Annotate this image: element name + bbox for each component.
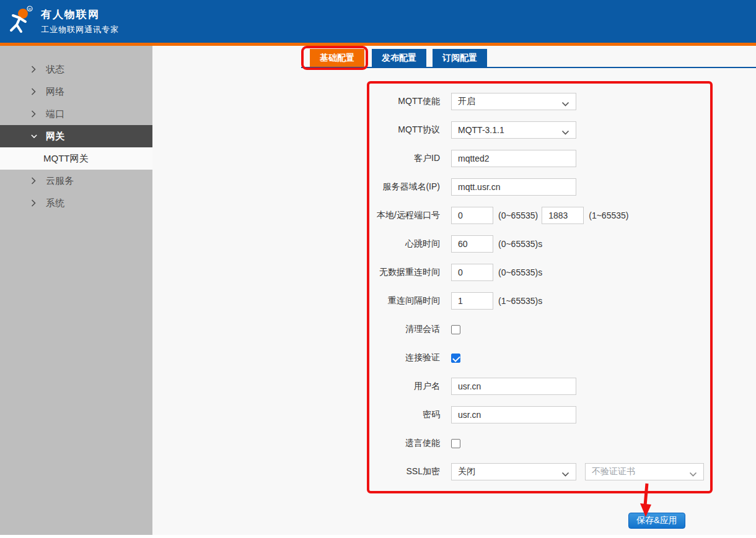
- brand-text: 有人物联网 工业物联网通讯专家: [41, 7, 119, 35]
- mqtt-enable-select[interactable]: 开启: [451, 93, 576, 110]
- tab-bar: 基础配置 发布配置 订阅配置: [301, 46, 756, 68]
- form-row-client-id: 客户ID: [369, 144, 710, 173]
- no-data-reconnect-input[interactable]: [451, 264, 493, 281]
- form-row-mqtt-protocol: MQTT协议 MQTT-3.1.1: [369, 116, 710, 144]
- form-row-no-data-reconnect: 无数据重连时间 (0~65535)s: [369, 258, 710, 287]
- sidebar-item-label: 云服务: [46, 175, 74, 187]
- reconnect-interval-range-hint: (1~65535)s: [498, 296, 542, 306]
- selected-value: MQTT-3.1.1: [458, 125, 504, 135]
- chevron-right-icon: [31, 199, 37, 207]
- field-label: 心跳时间: [369, 238, 440, 249]
- field-label: 本地/远程端口号: [369, 210, 440, 221]
- annotation-tab-highlight: 基础配置: [301, 46, 368, 70]
- form-row-password: 密码: [369, 401, 710, 429]
- ssl-cert-verify-select[interactable]: 不验证证书: [585, 463, 704, 480]
- main-content: 基础配置 发布配置 订阅配置 MQTT使能 开启 MQTT协议 MQTT-3.1…: [152, 46, 756, 535]
- sidebar-item-port[interactable]: 端口: [0, 103, 152, 125]
- remote-port-input[interactable]: [542, 207, 584, 224]
- form-row-clean-session: 清理会话: [369, 315, 710, 344]
- field-label: 客户ID: [369, 153, 440, 164]
- chevron-right-icon: [31, 88, 37, 95]
- sidebar-item-network[interactable]: 网络: [0, 80, 152, 103]
- chevron-down-icon: [561, 469, 569, 475]
- chevron-down-icon: [561, 99, 569, 105]
- form-row-ports: 本地/远程端口号 (0~65535) (1~65535): [369, 201, 710, 230]
- client-id-input[interactable]: [451, 150, 576, 167]
- brand-subtitle: 工业物联网通讯专家: [41, 24, 119, 35]
- local-port-range-hint: (0~65535): [498, 210, 538, 220]
- selected-value: 关闭: [458, 466, 475, 477]
- field-label: SSL加密: [369, 466, 440, 477]
- username-input[interactable]: [451, 378, 576, 395]
- form-row-connect-auth: 连接验证: [369, 344, 710, 372]
- last-will-checkbox[interactable]: [451, 439, 460, 448]
- form-row-heartbeat: 心跳时间 (0~65535)s: [369, 230, 710, 258]
- connect-auth-checkbox[interactable]: [451, 354, 460, 363]
- chevron-right-icon: [31, 110, 37, 118]
- brand-title: 有人物联网: [41, 7, 119, 22]
- field-label: 连接验证: [369, 352, 440, 363]
- app-header: R 有人物联网 工业物联网通讯专家: [0, 0, 756, 46]
- sidebar: 状态 网络 端口 网关 MQTT网关 云服务: [0, 46, 152, 535]
- form-row-username: 用户名: [369, 372, 710, 401]
- form-row-ssl: SSL加密 关闭 不验证证书: [369, 458, 710, 486]
- chevron-down-icon: [31, 132, 37, 140]
- ssl-mode-select[interactable]: 关闭: [451, 463, 576, 480]
- form-row-last-will: 遗言使能: [369, 429, 710, 458]
- chevron-right-icon: [31, 177, 37, 184]
- field-label: 无数据重连时间: [369, 267, 440, 278]
- sidebar-item-label: 网关: [46, 131, 64, 142]
- sidebar-item-system[interactable]: 系统: [0, 192, 152, 214]
- chevron-right-icon: [31, 66, 37, 73]
- tab-basic-config[interactable]: 基础配置: [310, 49, 364, 67]
- form-row-mqtt-enable: MQTT使能 开启: [369, 87, 710, 116]
- chevron-down-icon: [561, 128, 569, 133]
- sidebar-item-label: 网络: [46, 86, 64, 98]
- chevron-down-icon: [689, 469, 697, 475]
- remote-port-range-hint: (1~65535): [589, 210, 628, 220]
- selected-value: 开启: [458, 96, 475, 107]
- sidebar-item-label: 系统: [46, 197, 64, 209]
- heartbeat-range-hint: (0~65535)s: [498, 239, 542, 249]
- sidebar-item-gateway[interactable]: 网关: [0, 125, 152, 147]
- sidebar-subitem-label: MQTT网关: [43, 153, 89, 165]
- page: R 有人物联网 工业物联网通讯专家 状态 网络 端口: [0, 0, 756, 538]
- field-label: 遗言使能: [369, 438, 440, 449]
- usr-iot-logo: R: [5, 4, 36, 39]
- field-label: 用户名: [369, 381, 440, 392]
- sidebar-item-status[interactable]: 状态: [0, 58, 152, 80]
- field-label: 服务器域名(IP): [369, 181, 440, 193]
- tab-subscribe-config[interactable]: 订阅配置: [433, 49, 487, 67]
- form-row-reconnect-interval: 重连间隔时间 (1~65535)s: [369, 287, 710, 315]
- svg-text:R: R: [29, 7, 32, 11]
- field-label: 密码: [369, 409, 440, 420]
- field-label: 清理会话: [369, 324, 440, 335]
- field-label: 重连间隔时间: [369, 295, 440, 306]
- field-label: MQTT协议: [369, 124, 440, 136]
- sidebar-item-label: 端口: [46, 108, 64, 120]
- mqtt-protocol-select[interactable]: MQTT-3.1.1: [451, 121, 576, 139]
- server-host-input[interactable]: [451, 178, 576, 196]
- local-port-input[interactable]: [451, 207, 493, 224]
- annotation-form-highlight: MQTT使能 开启 MQTT协议 MQTT-3.1.1 客户ID: [367, 81, 713, 493]
- sidebar-subitem-mqtt-gateway[interactable]: MQTT网关: [0, 147, 152, 170]
- heartbeat-input[interactable]: [451, 235, 493, 253]
- sidebar-item-label: 状态: [46, 64, 64, 76]
- selected-value: 不验证证书: [592, 466, 635, 477]
- password-input[interactable]: [451, 406, 576, 423]
- no-data-reconnect-range-hint: (0~65535)s: [498, 267, 542, 277]
- field-label: MQTT使能: [369, 96, 440, 107]
- sidebar-item-cloud-service[interactable]: 云服务: [0, 170, 152, 192]
- save-apply-button[interactable]: 保存&应用: [628, 513, 685, 529]
- tab-publish-config[interactable]: 发布配置: [372, 49, 426, 67]
- form-row-server-host: 服务器域名(IP): [369, 173, 710, 201]
- reconnect-interval-input[interactable]: [451, 292, 493, 310]
- clean-session-checkbox[interactable]: [451, 325, 460, 334]
